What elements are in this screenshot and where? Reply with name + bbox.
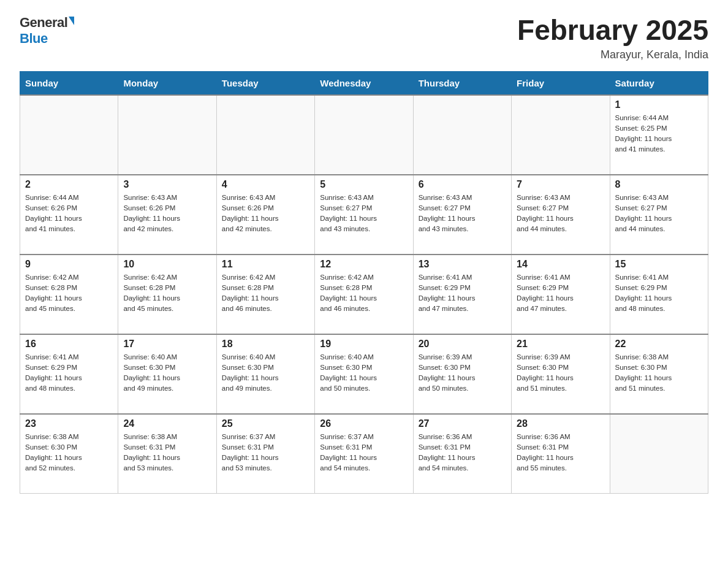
page-subtitle: Marayur, Kerala, India: [517, 48, 708, 61]
day-number: 11: [222, 259, 309, 270]
page-header: General Blue February 2025 Marayur, Kera…: [20, 15, 708, 61]
weekday-header-wednesday: Wednesday: [315, 71, 413, 95]
logo-blue-text: Blue: [20, 31, 48, 47]
day-number: 22: [615, 339, 703, 350]
calendar-cell: [118, 95, 216, 175]
calendar-cell: 7Sunrise: 6:43 AM Sunset: 6:27 PM Daylig…: [512, 175, 610, 255]
day-info: Sunrise: 6:44 AM Sunset: 6:25 PM Dayligh…: [615, 113, 703, 155]
calendar-header: SundayMondayTuesdayWednesdayThursdayFrid…: [20, 71, 708, 95]
calendar-cell: [413, 95, 511, 175]
header-row: SundayMondayTuesdayWednesdayThursdayFrid…: [20, 71, 708, 95]
day-info: Sunrise: 6:41 AM Sunset: 6:29 PM Dayligh…: [517, 272, 604, 315]
calendar-week-3: 16Sunrise: 6:41 AM Sunset: 6:29 PM Dayli…: [20, 334, 708, 414]
calendar-cell: 17Sunrise: 6:40 AM Sunset: 6:30 PM Dayli…: [118, 334, 216, 414]
day-number: 20: [419, 339, 506, 350]
day-info: Sunrise: 6:37 AM Sunset: 6:31 PM Dayligh…: [320, 432, 408, 474]
day-number: 25: [222, 418, 309, 429]
day-number: 3: [123, 179, 211, 190]
day-info: Sunrise: 6:43 AM Sunset: 6:27 PM Dayligh…: [615, 193, 703, 235]
calendar-cell: 16Sunrise: 6:41 AM Sunset: 6:29 PM Dayli…: [20, 334, 118, 414]
day-number: 5: [320, 179, 408, 190]
day-number: 23: [25, 418, 113, 429]
day-info: Sunrise: 6:43 AM Sunset: 6:27 PM Dayligh…: [517, 193, 604, 235]
weekday-header-tuesday: Tuesday: [216, 71, 314, 95]
calendar-cell: 12Sunrise: 6:42 AM Sunset: 6:28 PM Dayli…: [315, 255, 413, 334]
day-number: 10: [123, 259, 211, 270]
day-info: Sunrise: 6:42 AM Sunset: 6:28 PM Dayligh…: [25, 272, 113, 315]
day-number: 19: [320, 339, 408, 350]
day-info: Sunrise: 6:43 AM Sunset: 6:27 PM Dayligh…: [320, 193, 408, 235]
day-info: Sunrise: 6:39 AM Sunset: 6:30 PM Dayligh…: [517, 352, 604, 394]
page-title: February 2025: [517, 15, 708, 46]
calendar-cell: 6Sunrise: 6:43 AM Sunset: 6:27 PM Daylig…: [413, 175, 511, 255]
calendar-cell: 19Sunrise: 6:40 AM Sunset: 6:30 PM Dayli…: [315, 334, 413, 414]
calendar-cell: [216, 95, 314, 175]
weekday-header-monday: Monday: [118, 71, 216, 95]
day-number: 24: [123, 418, 211, 429]
calendar-cell: 13Sunrise: 6:41 AM Sunset: 6:29 PM Dayli…: [413, 255, 511, 334]
calendar-cell: 5Sunrise: 6:43 AM Sunset: 6:27 PM Daylig…: [315, 175, 413, 255]
day-info: Sunrise: 6:44 AM Sunset: 6:26 PM Dayligh…: [25, 193, 113, 235]
calendar-cell: [512, 95, 610, 175]
weekday-header-thursday: Thursday: [413, 71, 511, 95]
calendar-week-0: 1Sunrise: 6:44 AM Sunset: 6:25 PM Daylig…: [20, 95, 708, 175]
day-number: 28: [517, 418, 604, 429]
day-number: 13: [419, 259, 506, 270]
day-info: Sunrise: 6:41 AM Sunset: 6:29 PM Dayligh…: [25, 352, 113, 394]
day-info: Sunrise: 6:43 AM Sunset: 6:26 PM Dayligh…: [222, 193, 309, 235]
calendar-cell: [315, 95, 413, 175]
weekday-header-friday: Friday: [512, 71, 610, 95]
weekday-header-saturday: Saturday: [610, 71, 708, 95]
day-info: Sunrise: 6:36 AM Sunset: 6:31 PM Dayligh…: [419, 432, 506, 474]
calendar-week-1: 2Sunrise: 6:44 AM Sunset: 6:26 PM Daylig…: [20, 175, 708, 255]
logo: General Blue: [20, 15, 74, 47]
day-number: 7: [517, 179, 604, 190]
day-number: 14: [517, 259, 604, 270]
logo-general-text: General: [20, 15, 67, 31]
day-number: 4: [222, 179, 309, 190]
calendar-cell: 15Sunrise: 6:41 AM Sunset: 6:29 PM Dayli…: [610, 255, 708, 334]
day-number: 15: [615, 259, 703, 270]
day-info: Sunrise: 6:43 AM Sunset: 6:26 PM Dayligh…: [123, 193, 211, 235]
calendar-week-2: 9Sunrise: 6:42 AM Sunset: 6:28 PM Daylig…: [20, 255, 708, 334]
weekday-header-sunday: Sunday: [20, 71, 118, 95]
calendar-cell: 22Sunrise: 6:38 AM Sunset: 6:30 PM Dayli…: [610, 334, 708, 414]
calendar-cell: 28Sunrise: 6:36 AM Sunset: 6:31 PM Dayli…: [512, 414, 610, 494]
day-number: 9: [25, 259, 113, 270]
day-number: 6: [419, 179, 506, 190]
day-info: Sunrise: 6:42 AM Sunset: 6:28 PM Dayligh…: [222, 272, 309, 315]
day-number: 1: [615, 99, 703, 110]
day-info: Sunrise: 6:38 AM Sunset: 6:30 PM Dayligh…: [615, 352, 703, 394]
calendar-table: SundayMondayTuesdayWednesdayThursdayFrid…: [20, 71, 708, 494]
day-info: Sunrise: 6:42 AM Sunset: 6:28 PM Dayligh…: [123, 272, 211, 315]
calendar-cell: 20Sunrise: 6:39 AM Sunset: 6:30 PM Dayli…: [413, 334, 511, 414]
day-number: 2: [25, 179, 113, 190]
calendar-cell: 26Sunrise: 6:37 AM Sunset: 6:31 PM Dayli…: [315, 414, 413, 494]
title-block: February 2025 Marayur, Kerala, India: [517, 15, 708, 61]
day-number: 8: [615, 179, 703, 190]
logo-arrow-icon: [69, 17, 74, 25]
day-info: Sunrise: 6:41 AM Sunset: 6:29 PM Dayligh…: [419, 272, 506, 315]
calendar-cell: 27Sunrise: 6:36 AM Sunset: 6:31 PM Dayli…: [413, 414, 511, 494]
calendar-cell: 14Sunrise: 6:41 AM Sunset: 6:29 PM Dayli…: [512, 255, 610, 334]
calendar-cell: 24Sunrise: 6:38 AM Sunset: 6:31 PM Dayli…: [118, 414, 216, 494]
day-number: 16: [25, 339, 113, 350]
calendar-cell: 25Sunrise: 6:37 AM Sunset: 6:31 PM Dayli…: [216, 414, 314, 494]
day-info: Sunrise: 6:42 AM Sunset: 6:28 PM Dayligh…: [320, 272, 408, 315]
calendar-cell: 2Sunrise: 6:44 AM Sunset: 6:26 PM Daylig…: [20, 175, 118, 255]
calendar-cell: 10Sunrise: 6:42 AM Sunset: 6:28 PM Dayli…: [118, 255, 216, 334]
calendar-cell: 9Sunrise: 6:42 AM Sunset: 6:28 PM Daylig…: [20, 255, 118, 334]
calendar-body: 1Sunrise: 6:44 AM Sunset: 6:25 PM Daylig…: [20, 95, 708, 494]
day-info: Sunrise: 6:38 AM Sunset: 6:31 PM Dayligh…: [123, 432, 211, 474]
calendar-cell: 1Sunrise: 6:44 AM Sunset: 6:25 PM Daylig…: [610, 95, 708, 175]
day-info: Sunrise: 6:36 AM Sunset: 6:31 PM Dayligh…: [517, 432, 604, 474]
day-info: Sunrise: 6:40 AM Sunset: 6:30 PM Dayligh…: [222, 352, 309, 394]
calendar-cell: [610, 414, 708, 494]
calendar-cell: [20, 95, 118, 175]
day-number: 18: [222, 339, 309, 350]
calendar-cell: 8Sunrise: 6:43 AM Sunset: 6:27 PM Daylig…: [610, 175, 708, 255]
day-number: 12: [320, 259, 408, 270]
calendar-cell: 11Sunrise: 6:42 AM Sunset: 6:28 PM Dayli…: [216, 255, 314, 334]
calendar-cell: 18Sunrise: 6:40 AM Sunset: 6:30 PM Dayli…: [216, 334, 314, 414]
calendar-week-4: 23Sunrise: 6:38 AM Sunset: 6:30 PM Dayli…: [20, 414, 708, 494]
